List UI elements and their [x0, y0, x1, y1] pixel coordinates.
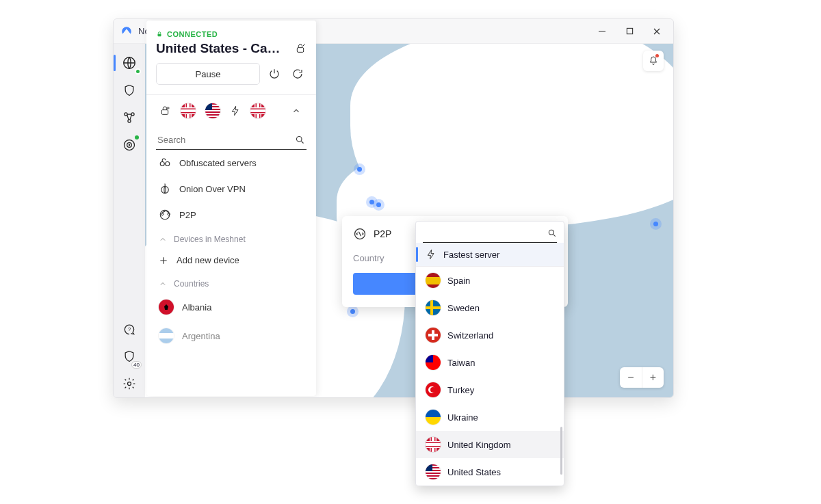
country-label: Albania	[182, 302, 211, 313]
speciality-obfuscated[interactable]: Obfuscated servers	[146, 150, 316, 176]
action-add-device[interactable]: Add new device	[146, 248, 316, 272]
sidebar-item-meshnet[interactable]	[118, 107, 140, 129]
notifications-button[interactable]	[643, 51, 664, 71]
pause-label: Pause	[196, 69, 221, 79]
chevron-up-icon	[159, 235, 167, 243]
dropdown-fastest[interactable]: Fastest server	[416, 243, 564, 266]
sidebar: ? 40	[114, 44, 145, 397]
sidebar-item-help[interactable]: ?	[118, 318, 140, 340]
pause-button[interactable]: Pause	[156, 63, 260, 85]
dropdown-scrollbar[interactable]	[560, 427, 562, 475]
dropdown-country-spain[interactable]: Spain	[416, 267, 564, 294]
dropdown-country-taiwan[interactable]: Taiwan	[416, 349, 564, 376]
preset-add-icon[interactable]	[159, 105, 171, 117]
shield-icon	[122, 83, 136, 97]
minimize-button[interactable]	[592, 22, 612, 41]
svg-text:?: ?	[128, 326, 131, 332]
country-label: Argentina	[182, 331, 220, 341]
countries-label: Countries	[174, 279, 209, 289]
svg-rect-0	[627, 28, 632, 34]
svg-rect-13	[161, 110, 168, 115]
speciality-p2p[interactable]: P2P	[146, 202, 316, 228]
radar-icon	[122, 138, 136, 152]
country-label: Sweden	[447, 303, 480, 313]
country-dropdown: Fastest server Spain Sweden Switzerland …	[415, 221, 564, 486]
svg-point-19	[161, 186, 169, 194]
gear-icon	[122, 377, 136, 390]
zoom-out-button[interactable]: −	[620, 367, 642, 388]
sidebar-item-stats[interactable]: 40	[118, 345, 140, 367]
country-label: United Kingdom	[447, 440, 511, 450]
search-input[interactable]	[157, 135, 295, 145]
globe-icon	[122, 55, 137, 70]
notification-dot-icon	[655, 54, 659, 57]
connection-status: CONNECTED	[156, 30, 307, 38]
country-label: Ukraine	[447, 412, 478, 423]
onion-icon	[159, 183, 171, 195]
dropdown-country-uk[interactable]: United Kingdom	[416, 431, 564, 458]
preset-flag-uk[interactable]	[181, 103, 196, 118]
sidebar-item-settings[interactable]	[118, 373, 140, 395]
flag-turkey-icon	[426, 382, 441, 397]
p2p-title: P2P	[374, 228, 391, 239]
server-list: Obfuscated servers Onion Over VPN P2P De…	[146, 150, 316, 350]
section-meshnet[interactable]: Devices in Meshnet	[146, 228, 316, 248]
maximize-button[interactable]	[620, 22, 639, 41]
dropdown-country-us[interactable]: United States	[416, 458, 564, 486]
sidebar-item-threat-protection[interactable]	[118, 79, 140, 101]
p2p-icon	[159, 209, 171, 221]
section-countries[interactable]: Countries	[146, 272, 316, 293]
search-field[interactable]	[156, 131, 307, 150]
country-item-albania[interactable]: Albania	[146, 293, 316, 321]
dropdown-country-sweden[interactable]: Sweden	[416, 294, 564, 321]
bolt-icon	[426, 249, 436, 260]
svg-point-16	[297, 137, 302, 142]
presets-collapse[interactable]	[289, 103, 304, 118]
connection-location: United States - Cana…	[156, 41, 286, 56]
preset-lock-icon[interactable]	[294, 42, 307, 55]
country-label: Taiwan	[447, 358, 475, 368]
flag-sweden-icon	[426, 300, 441, 315]
country-label: Turkey	[447, 385, 474, 395]
lock-icon	[156, 31, 163, 38]
country-item-argentina[interactable]: Argentina	[146, 321, 316, 350]
app-window: NordVPN ?	[113, 18, 674, 398]
dropdown-country-turkey[interactable]: Turkey	[416, 376, 564, 403]
help-icon: ?	[122, 322, 136, 336]
flag-uk-icon	[426, 437, 441, 452]
flag-spain-icon	[426, 273, 441, 288]
svg-line-12	[303, 44, 305, 46]
sidebar-item-darkweb[interactable]	[118, 134, 140, 156]
speciality-onion[interactable]: Onion Over VPN	[146, 176, 316, 202]
dropdown-country-switzerland[interactable]: Switzerland	[416, 321, 564, 349]
svg-point-4	[128, 120, 131, 122]
search-icon	[295, 135, 305, 145]
svg-point-22	[549, 230, 553, 235]
country-label: Spain	[447, 276, 470, 286]
flag-argentina-icon	[159, 328, 174, 343]
obfuscated-label: Obfuscated servers	[179, 158, 257, 168]
stats-badge: 40	[131, 361, 142, 369]
dropdown-search-input[interactable]	[423, 228, 547, 238]
sidebar-item-vpn[interactable]	[118, 52, 140, 74]
svg-rect-10	[158, 34, 161, 37]
flag-albania-icon	[159, 300, 174, 315]
zoom-controls: − +	[620, 367, 664, 388]
country-label: Switzerland	[447, 330, 493, 341]
refresh-button[interactable]	[289, 65, 307, 83]
zoom-in-button[interactable]: +	[642, 367, 664, 388]
status-dot-icon	[135, 68, 141, 75]
power-button[interactable]	[265, 65, 283, 83]
dropdown-country-ukraine[interactable]: Ukraine	[416, 403, 564, 431]
flag-ukraine-icon	[426, 410, 441, 425]
preset-flag-uk-2[interactable]	[250, 103, 265, 118]
connection-panel: CONNECTED United States - Cana… Pause	[146, 21, 316, 396]
preset-flag-us[interactable]	[205, 103, 220, 118]
close-button[interactable]	[647, 22, 666, 41]
svg-point-17	[160, 162, 164, 166]
add-device-label: Add new device	[177, 255, 239, 265]
p2p-label: P2P	[179, 210, 196, 220]
dropdown-search[interactable]	[423, 228, 557, 243]
preset-quick-icon[interactable]	[230, 105, 241, 116]
obfuscated-icon	[159, 157, 171, 169]
